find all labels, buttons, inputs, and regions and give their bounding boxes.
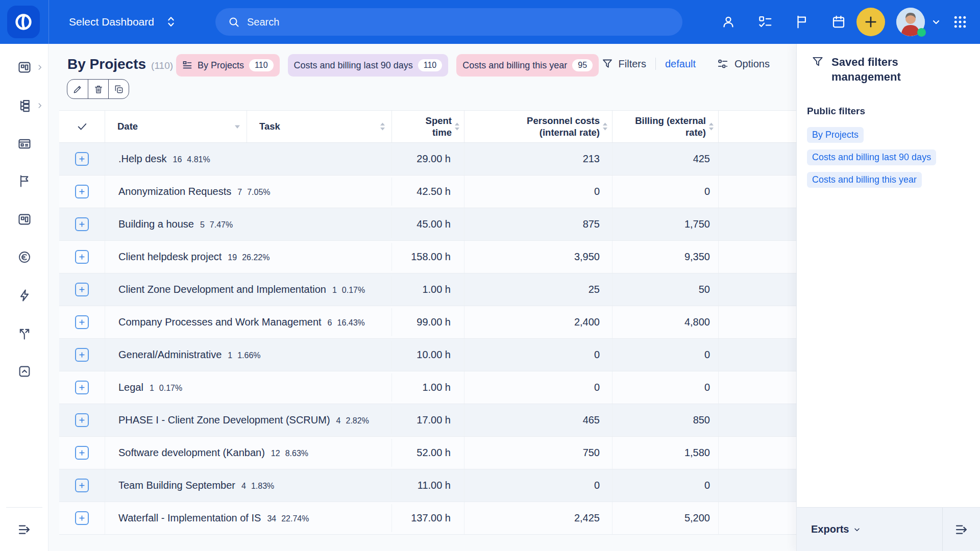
billing-cell: 0 [612,176,719,208]
people-button[interactable] [721,14,736,30]
sidebar-item-finance[interactable] [0,246,48,268]
sidebar-item-boards[interactable] [0,133,48,155]
column-header-task[interactable]: Task [247,111,392,142]
filler-cell [719,143,796,175]
table-row[interactable]: General/Administrative11.66% 10.00 h 0 0 [59,339,796,371]
dashboard-selector[interactable]: Select Dashboard [69,0,177,44]
plus-icon [78,318,86,326]
column-header-personnel-costs[interactable]: Personnel costs (internal rate) [464,111,612,142]
expand-row-button[interactable] [75,250,89,264]
sidebar-item-projects-tree[interactable] [0,94,48,117]
expand-row-button[interactable] [75,217,89,231]
expand-cell [59,437,105,469]
sort-icon[interactable] [380,122,385,131]
sidebar-expand-button[interactable] [0,518,48,541]
sort-icon[interactable] [708,122,714,131]
entry-count: 7 [237,188,242,196]
sidebar-item-workflows[interactable] [0,322,48,345]
sort-icon[interactable] [454,122,460,131]
personnel-costs-cell: 750 [464,437,612,469]
project-name-cell: Team Building September41.83% [105,471,392,499]
filter-caret-icon[interactable] [234,124,240,129]
column-label: Spent time [415,115,452,138]
milestones-button[interactable] [794,14,810,30]
filters-button[interactable]: Filters [601,58,646,70]
billing-cell: 1,580 [612,437,719,469]
options-label: Options [734,58,770,70]
sidebar-item-milestones[interactable] [0,170,48,192]
public-filter-link[interactable]: By Projects [807,127,864,143]
calendar-button[interactable] [831,14,846,30]
table-row[interactable]: Legal10.17% 1.00 h 0 0 [59,371,796,404]
project-name: Client Zone Development and Implementati… [118,284,326,295]
duplicate-button[interactable] [108,80,129,98]
copy-icon [114,84,124,94]
expand-row-button[interactable] [75,283,89,296]
euro-icon [17,250,32,264]
apps-button[interactable] [952,14,968,30]
sidebar-item-dashboards[interactable] [0,56,48,79]
options-button[interactable]: Options [716,57,770,70]
expand-row-button[interactable] [75,381,89,394]
table-row[interactable]: Building a house57.47% 45.00 h 875 1,750 [59,208,796,241]
app-logo[interactable] [7,6,40,38]
time-percent: 22.74% [281,514,309,523]
delete-button[interactable] [88,80,108,98]
add-button[interactable] [856,8,885,36]
search-bar[interactable] [215,8,682,36]
table-row[interactable]: Waterfall - Implementation of IS3422.74%… [59,502,796,535]
public-filter-link[interactable]: Costs and billing last 90 days [807,149,936,165]
table-row[interactable]: .Help desk164.81% 29.00 h 213 425 [59,143,796,176]
public-filter-link[interactable]: Costs and billing this year [807,172,922,188]
expand-row-button[interactable] [75,511,89,525]
project-name: Building a house [118,218,194,230]
edit-button[interactable] [67,80,88,98]
expand-row-button[interactable] [75,479,89,492]
sidebar-item-reports[interactable] [0,208,48,231]
expand-row-button[interactable] [75,315,89,329]
table-row[interactable]: Software development (Kanban)128.63% 52.… [59,437,796,469]
filler-cell [719,176,796,208]
filter-chip[interactable]: Costs and billing last 90 days 110 [288,54,449,77]
column-header-billing[interactable]: Billing (external rate) [612,111,719,142]
column-header-date[interactable]: Date [105,111,247,142]
avatar[interactable] [896,8,925,36]
expand-row-button[interactable] [75,152,89,166]
table-row[interactable]: Client Zone Development and Implementati… [59,273,796,306]
expand-row-button[interactable] [75,413,89,427]
filler-cell [719,273,796,306]
expand-row-button[interactable] [75,185,89,198]
filter-chip[interactable]: By Projects 110 [176,54,280,77]
select-all-header[interactable] [59,111,105,142]
dashboard-selector-label: Select Dashboard [69,16,154,28]
presence-indicator [917,28,926,37]
table-row[interactable]: Company Processes and Work Management616… [59,306,796,339]
personnel-costs-cell: 465 [464,404,612,436]
filler-cell [719,502,796,534]
exports-button[interactable]: Exports [811,523,861,535]
plus-icon [78,514,86,522]
sort-icon[interactable] [602,122,608,131]
personnel-costs-cell: 2,400 [464,306,612,338]
billing-cell: 5,200 [612,502,719,534]
tasks-button[interactable] [757,14,773,30]
default-filter-link[interactable]: default [665,58,696,70]
search-input[interactable] [247,16,645,28]
sidebar-item-automations[interactable] [0,284,48,307]
table-header: Date Task Spent time Personnel costs (in… [59,111,796,143]
expand-row-button[interactable] [75,348,89,362]
spent-time-cell: 158.00 h [392,241,464,273]
table-row[interactable]: PHASE I - Client Zone Development (SCRUM… [59,404,796,437]
account-menu-button[interactable] [930,16,942,28]
plus-icon [78,482,86,489]
table-row[interactable]: Anonymization Requests77.05% 42.50 h 0 0 [59,176,796,208]
entry-count: 5 [200,220,205,229]
time-percent: 16.43% [337,318,365,327]
sidebar-item-archive[interactable] [0,360,48,383]
expand-row-button[interactable] [75,446,89,460]
table-row[interactable]: Client helpdesk project1926.22% 158.00 h… [59,241,796,273]
column-header-spent-time[interactable]: Spent time [392,111,464,142]
filter-chip[interactable]: Costs and billing this year 95 [456,54,599,77]
collapse-panel-button[interactable] [942,508,980,551]
table-row[interactable]: Team Building September41.83% 11.00 h 0 … [59,469,796,502]
